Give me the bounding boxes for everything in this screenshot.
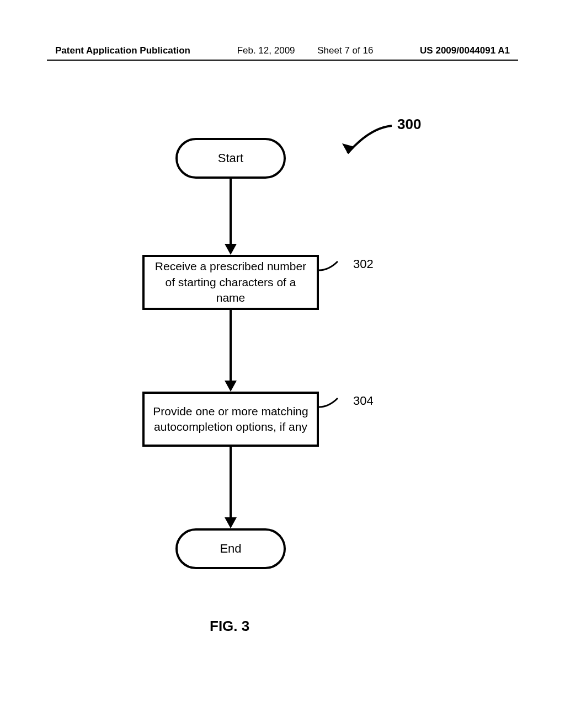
arrow-3-head-icon [225, 517, 237, 528]
flow-start-label: Start [218, 151, 243, 165]
flow-end-label: End [220, 542, 241, 556]
svg-marker-0 [342, 143, 354, 153]
page-header: Patent Application Publication Feb. 12, … [55, 45, 510, 56]
ref-300-label: 300 [397, 116, 421, 133]
arrow-1-line [230, 179, 232, 245]
header-sheet: Sheet 7 of 16 [317, 45, 373, 56]
arrow-2-line [230, 310, 232, 382]
header-date: Feb. 12, 2009 [237, 45, 295, 56]
ref-300-arrow-icon [337, 121, 397, 160]
figure-caption: FIG. 3 [210, 618, 249, 635]
arrow-2-head-icon [225, 381, 237, 392]
flow-step-304-text: Provide one or more matching autocomplet… [152, 404, 309, 435]
header-docnumber: US 2009/0044091 A1 [420, 45, 510, 56]
ref-304-label: 304 [353, 394, 374, 408]
flow-step-302-text: Receive a prescribed number of starting … [152, 259, 309, 306]
ref-304-leader-icon [319, 395, 347, 411]
ref-302-leader-icon [319, 258, 347, 275]
header-publication: Patent Application Publication [55, 45, 190, 56]
flow-end: End [175, 528, 286, 569]
flow-start: Start [175, 138, 286, 179]
flow-step-304: Provide one or more matching autocomplet… [142, 392, 319, 447]
arrow-1-head-icon [225, 244, 237, 255]
header-divider [47, 60, 518, 61]
arrow-3-line [230, 447, 232, 518]
flow-step-302: Receive a prescribed number of starting … [142, 255, 319, 310]
ref-302-label: 302 [353, 257, 374, 271]
